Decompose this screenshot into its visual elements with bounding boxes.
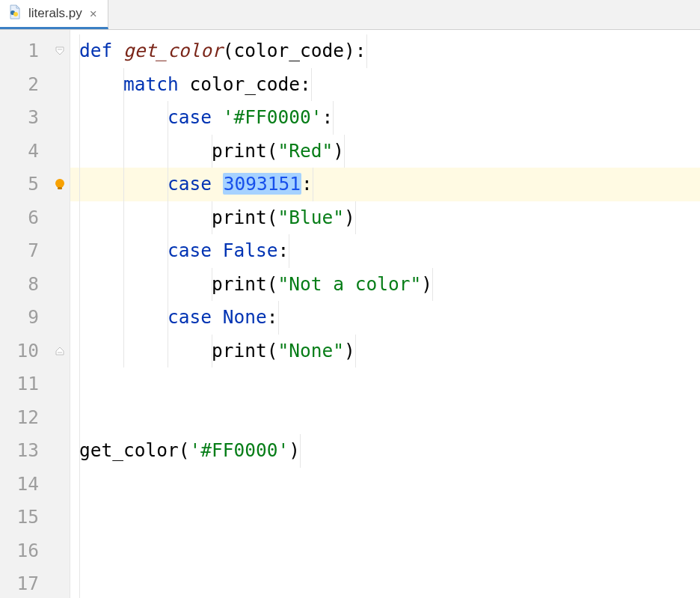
line-number: 10 [0,335,39,368]
svg-point-2 [55,179,64,188]
code-line[interactable] [70,501,700,534]
close-tab-icon[interactable]: × [88,7,99,20]
code-line[interactable]: print("Blue") [70,201,700,235]
tab-bar: literals.py × [0,0,700,30]
fold-end-icon[interactable] [49,335,70,368]
line-number: 15 [0,501,39,534]
code-editor[interactable]: 1 2 3 4 5 6 7 8 9 10 11 12 13 14 15 16 1… [0,30,700,598]
line-number: 11 [0,367,39,401]
code-line-highlighted[interactable]: case 3093151: [70,168,700,201]
code-line[interactable]: match color_code: [70,68,700,102]
intention-bulb-icon[interactable] [49,168,70,201]
code-line[interactable]: print("Red") [70,135,700,168]
code-line[interactable]: print("None") [70,335,700,368]
line-number: 2 [0,68,39,102]
fold-start-icon[interactable] [49,34,70,68]
text-selection[interactable]: 3093151 [223,173,301,195]
python-file-icon [7,4,22,23]
tab-filename: literals.py [28,6,82,21]
svg-point-1 [13,12,18,16]
code-line[interactable] [70,367,700,401]
code-line[interactable]: get_color('#FF0000') [70,434,700,468]
line-number: 17 [0,567,39,598]
code-line[interactable] [70,534,700,568]
line-number: 7 [0,234,39,268]
line-number: 6 [0,201,39,235]
line-number: 9 [0,301,39,335]
svg-rect-3 [58,187,62,189]
line-number: 13 [0,434,39,468]
line-number: 16 [0,534,39,568]
code-line[interactable]: def get_color(color_code): [70,34,700,68]
line-number-gutter: 1 2 3 4 5 6 7 8 9 10 11 12 13 14 15 16 1… [0,30,49,598]
code-line[interactable]: print("Not a color") [70,268,700,302]
marker-strip [49,30,70,598]
line-number: 14 [0,468,39,501]
line-number: 5 [0,168,39,201]
line-number: 8 [0,268,39,302]
code-line[interactable] [70,567,700,598]
code-line[interactable]: case None: [70,301,700,335]
code-line[interactable]: case '#FF0000': [70,101,700,135]
line-number: 12 [0,401,39,435]
code-line[interactable]: case False: [70,234,700,268]
editor-tab[interactable]: literals.py × [0,0,108,29]
line-number: 3 [0,101,39,135]
code-line[interactable] [70,401,700,435]
code-line[interactable] [70,468,700,501]
line-number: 1 [0,34,39,68]
code-area[interactable]: def get_color(color_code): match color_c… [70,30,700,598]
line-number: 4 [0,135,39,168]
